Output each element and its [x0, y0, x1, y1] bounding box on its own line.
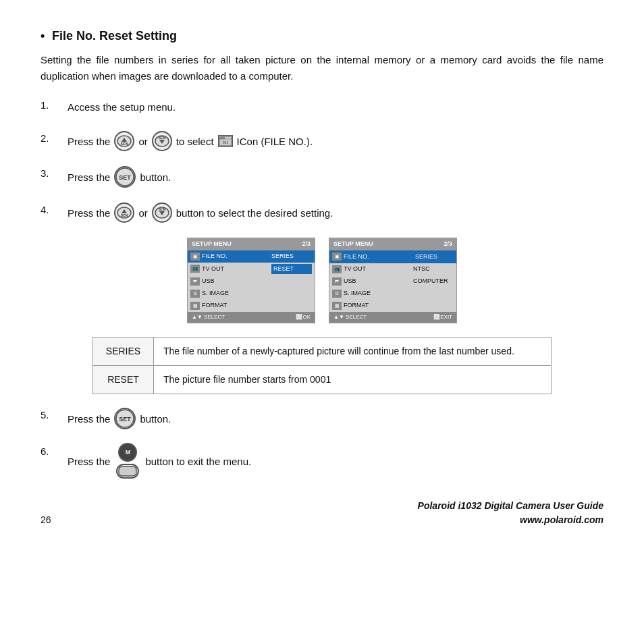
step-6-pre: Press the: [68, 452, 110, 471]
set-button-3: SET: [114, 166, 136, 188]
table-desc-series: The file number of a newly-captured pict…: [154, 338, 552, 366]
menu-footer-left: ▲▼ SELECT ⬜OK: [188, 312, 315, 323]
section-title: • File No. Reset Setting: [41, 27, 603, 45]
menu-footer-right: ▲▼ SELECT ⬜EXIT: [329, 312, 456, 323]
menu-row-left-3: ⚙ S. IMAGE: [188, 288, 315, 300]
menu-row-left-4: ▦ FORMAT: [188, 300, 315, 312]
svg-text:SCN: SCN: [158, 207, 165, 211]
step-6-post: button to exit the menu.: [145, 452, 251, 471]
table-row-reset: RESET The picture file number starts fro…: [93, 366, 552, 394]
step-2: 2. Press the SCN or SCN to select 001: [41, 131, 603, 151]
svg-rect-7: [219, 136, 225, 139]
table-desc-reset: The picture file number starts from 0001: [154, 366, 552, 394]
step-6-num: 6.: [41, 444, 68, 460]
m-button-icon: M: [118, 443, 137, 462]
menu-body-right: ▣ FILE NO. SERIES 📺 TV OUT NTSC ⇄ U: [329, 250, 456, 313]
step-1-text: Access the setup menu.: [68, 98, 176, 116]
menu-header-right: SETUP MENU 2/3: [329, 238, 456, 250]
svg-text:001: 001: [222, 140, 228, 144]
scn-button-4-right: SCN: [152, 203, 172, 223]
step-4-or: or: [138, 204, 147, 222]
footer-title-line1: Polaroid i1032 Digital Camera User Guide: [418, 499, 603, 513]
step-6: 6. Press the M button to exit the menu.: [41, 444, 603, 479]
step-4-num: 4.: [41, 203, 68, 218]
info-table: SERIES The file number of a newly-captur…: [92, 337, 552, 394]
menu-button-icon: [116, 464, 139, 479]
menu-row-left-2: ⇄ USB: [188, 275, 315, 288]
step-3-num: 3.: [41, 166, 68, 182]
menu-body-left: ▣ FILE NO. SERIES 📺 TV OUT RESET: [188, 250, 315, 313]
footer-title: Polaroid i1032 Digital Camera User Guide…: [418, 499, 603, 527]
footer-title-line2: www.polaroid.com: [418, 513, 603, 527]
table-label-reset: RESET: [93, 366, 154, 394]
menu-row-right-1: 📺 TV OUT NTSC: [329, 263, 456, 275]
step-5-num: 5.: [41, 408, 68, 423]
step-2-or: or: [138, 132, 147, 151]
set-button-5: SET: [114, 408, 136, 429]
svg-rect-20: [119, 466, 136, 476]
step-4-post: button to select the desired setting.: [176, 204, 333, 222]
step-1: 1. Access the setup menu.: [41, 98, 603, 116]
step-4-pre: Press the: [68, 204, 110, 222]
page-number: 26: [41, 513, 51, 527]
step-3-pre: Press the: [68, 168, 110, 186]
svg-text:SET: SET: [119, 174, 132, 181]
svg-text:SCN: SCN: [121, 213, 128, 217]
scn-button-left: SCN: [114, 131, 134, 151]
table-row-series: SERIES The file number of a newly-captur…: [93, 338, 552, 366]
svg-text:SCN: SCN: [158, 136, 165, 140]
menu-screen-right: SETUP MENU 2/3 ▣ FILE NO. SERIES 📺 TV OU…: [329, 238, 457, 323]
menu-row-right-4: ▦ FORMAT: [329, 300, 456, 312]
menu-row-right-3: ⚙ S. IMAGE: [329, 288, 456, 300]
table-label-series: SERIES: [93, 338, 154, 366]
menu-row-left-0: ▣ FILE NO. SERIES: [188, 250, 315, 263]
menu-row-right-2: ⇄ USB COMPUTER: [329, 275, 456, 288]
menu-header-left: SETUP MENU 2/3: [188, 238, 315, 250]
menu-row-left-1: 📺 TV OUT RESET: [188, 263, 315, 276]
step-2-icon-text: ICon (FILE NO.).: [237, 132, 313, 151]
menu-row-right-0: ▣ FILE NO. SERIES: [329, 250, 456, 264]
step-5-post: button.: [140, 410, 171, 428]
menu-screen-left: SETUP MENU 2/3 ▣ FILE NO. SERIES 📺 TV OU…: [187, 238, 315, 323]
svg-text:SCN: SCN: [121, 142, 128, 146]
step-5: 5. Press the SET button.: [41, 408, 603, 429]
screenshots-row: SETUP MENU 2/3 ▣ FILE NO. SERIES 📺 TV OU…: [41, 238, 603, 323]
step-4: 4. Press the SCN or SCN button to select…: [41, 203, 603, 223]
step-3-post: button.: [140, 168, 171, 186]
step-3: 3. Press the SET button.: [41, 166, 603, 188]
svg-text:SET: SET: [119, 416, 132, 423]
scn-button-4-left: SCN: [114, 203, 134, 223]
step-2-post: to select: [176, 132, 214, 151]
step-2-num: 2.: [41, 131, 68, 146]
file-no-icon: 001: [218, 135, 233, 147]
page-footer: 26 Polaroid i1032 Digital Camera User Gu…: [41, 499, 603, 527]
step-2-pre: Press the: [68, 132, 110, 151]
step-1-num: 1.: [41, 98, 68, 113]
intro-text: Setting the file numbers in series for a…: [41, 52, 603, 84]
step-5-pre: Press the: [68, 410, 110, 428]
scn-button-right: SCN: [152, 131, 172, 151]
